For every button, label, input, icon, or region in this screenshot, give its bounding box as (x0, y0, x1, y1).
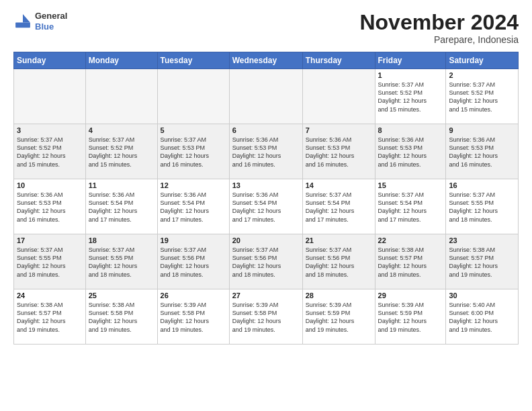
day-number: 8 (378, 126, 443, 134)
day-number: 28 (306, 291, 372, 300)
page: General Blue November 2024 Parepare, Ind… (0, 0, 532, 411)
calendar-cell: 30Sunrise: 5:40 AMSunset: 6:00 PMDayligh… (446, 289, 519, 345)
day-number: 9 (449, 126, 515, 134)
calendar-cell: 3Sunrise: 5:37 AMSunset: 5:52 PMDaylight… (14, 124, 86, 179)
day-number: 27 (232, 291, 300, 300)
calendar-cell: 6Sunrise: 5:36 AMSunset: 5:53 PMDaylight… (229, 124, 302, 179)
location: Parepare, Indonesia (359, 34, 519, 45)
day-number: 13 (232, 181, 300, 189)
day-number: 10 (17, 181, 83, 189)
calendar-cell: 26Sunrise: 5:39 AMSunset: 5:58 PMDayligh… (157, 289, 229, 345)
day-info: Sunrise: 5:36 AMSunset: 5:53 PMDaylight:… (17, 191, 83, 224)
col-header-thursday: Thursday (302, 52, 375, 69)
day-info: Sunrise: 5:37 AMSunset: 5:52 PMDaylight:… (378, 81, 443, 113)
calendar-cell: 23Sunrise: 5:38 AMSunset: 5:57 PMDayligh… (446, 234, 519, 289)
col-header-wednesday: Wednesday (229, 52, 302, 69)
calendar-cell: 19Sunrise: 5:37 AMSunset: 5:56 PMDayligh… (157, 234, 229, 289)
day-info: Sunrise: 5:37 AMSunset: 5:52 PMDaylight:… (17, 136, 83, 169)
day-info: Sunrise: 5:39 AMSunset: 5:59 PMDaylight:… (378, 301, 443, 334)
day-info: Sunrise: 5:37 AMSunset: 5:52 PMDaylight:… (89, 136, 154, 169)
day-number: 23 (449, 236, 515, 244)
day-info: Sunrise: 5:36 AMSunset: 5:54 PMDaylight:… (232, 191, 300, 224)
day-info: Sunrise: 5:36 AMSunset: 5:53 PMDaylight:… (449, 136, 515, 169)
day-info: Sunrise: 5:38 AMSunset: 5:58 PMDaylight:… (89, 301, 154, 334)
day-number: 11 (89, 181, 154, 189)
col-header-saturday: Saturday (446, 52, 519, 69)
calendar-cell: 1Sunrise: 5:37 AMSunset: 5:52 PMDaylight… (375, 69, 446, 124)
calendar-week-row: 17Sunrise: 5:37 AMSunset: 5:55 PMDayligh… (14, 234, 519, 289)
calendar-cell: 29Sunrise: 5:39 AMSunset: 5:59 PMDayligh… (375, 289, 446, 345)
calendar-cell: 20Sunrise: 5:37 AMSunset: 5:56 PMDayligh… (229, 234, 302, 289)
day-number: 17 (17, 236, 83, 244)
calendar-cell (229, 69, 302, 124)
day-number: 18 (89, 236, 154, 244)
calendar-cell: 28Sunrise: 5:39 AMSunset: 5:59 PMDayligh… (302, 289, 375, 345)
calendar-cell: 21Sunrise: 5:37 AMSunset: 5:56 PMDayligh… (302, 234, 375, 289)
calendar-cell (14, 69, 86, 124)
day-info: Sunrise: 5:36 AMSunset: 5:53 PMDaylight:… (378, 136, 443, 169)
calendar-cell: 24Sunrise: 5:38 AMSunset: 5:57 PMDayligh… (14, 289, 86, 345)
day-info: Sunrise: 5:37 AMSunset: 5:56 PMDaylight:… (232, 246, 300, 279)
calendar-cell: 7Sunrise: 5:36 AMSunset: 5:53 PMDaylight… (302, 124, 375, 179)
svg-rect-1 (15, 22, 30, 28)
calendar-cell: 18Sunrise: 5:37 AMSunset: 5:55 PMDayligh… (85, 234, 157, 289)
calendar-cell: 4Sunrise: 5:37 AMSunset: 5:52 PMDaylight… (85, 124, 157, 179)
day-number: 26 (161, 291, 226, 300)
day-info: Sunrise: 5:36 AMSunset: 5:53 PMDaylight:… (232, 136, 300, 169)
day-info: Sunrise: 5:36 AMSunset: 5:54 PMDaylight:… (161, 191, 226, 224)
day-number: 25 (89, 291, 154, 300)
calendar-header-row: SundayMondayTuesdayWednesdayThursdayFrid… (14, 52, 519, 69)
logo-icon (13, 12, 32, 31)
logo-blue: Blue (35, 21, 67, 32)
calendar-cell: 27Sunrise: 5:39 AMSunset: 5:58 PMDayligh… (229, 289, 302, 345)
day-info: Sunrise: 5:37 AMSunset: 5:54 PMDaylight:… (378, 191, 443, 224)
day-info: Sunrise: 5:38 AMSunset: 5:57 PMDaylight:… (17, 301, 83, 334)
col-header-sunday: Sunday (14, 52, 86, 69)
calendar-cell: 17Sunrise: 5:37 AMSunset: 5:55 PMDayligh… (14, 234, 86, 289)
svg-marker-0 (23, 14, 30, 22)
day-info: Sunrise: 5:37 AMSunset: 5:53 PMDaylight:… (161, 136, 226, 169)
calendar-cell: 14Sunrise: 5:37 AMSunset: 5:54 PMDayligh… (302, 179, 375, 234)
calendar-week-row: 10Sunrise: 5:36 AMSunset: 5:53 PMDayligh… (14, 179, 519, 234)
day-info: Sunrise: 5:36 AMSunset: 5:53 PMDaylight:… (306, 136, 372, 169)
col-header-monday: Monday (85, 52, 157, 69)
day-info: Sunrise: 5:40 AMSunset: 6:00 PMDaylight:… (449, 301, 515, 334)
calendar-table: SundayMondayTuesdayWednesdayThursdayFrid… (13, 52, 519, 345)
day-number: 24 (17, 291, 83, 300)
day-info: Sunrise: 5:37 AMSunset: 5:56 PMDaylight:… (306, 246, 372, 279)
day-info: Sunrise: 5:36 AMSunset: 5:54 PMDaylight:… (89, 191, 154, 224)
day-info: Sunrise: 5:37 AMSunset: 5:52 PMDaylight:… (449, 81, 515, 113)
day-number: 6 (232, 126, 300, 134)
calendar-cell: 13Sunrise: 5:36 AMSunset: 5:54 PMDayligh… (229, 179, 302, 234)
day-number: 12 (161, 181, 226, 189)
calendar-cell: 2Sunrise: 5:37 AMSunset: 5:52 PMDaylight… (446, 69, 519, 124)
day-number: 3 (17, 126, 83, 134)
calendar-week-row: 24Sunrise: 5:38 AMSunset: 5:57 PMDayligh… (14, 289, 519, 345)
day-info: Sunrise: 5:39 AMSunset: 5:59 PMDaylight:… (306, 301, 372, 334)
day-info: Sunrise: 5:37 AMSunset: 5:54 PMDaylight:… (306, 191, 372, 224)
day-info: Sunrise: 5:39 AMSunset: 5:58 PMDaylight:… (161, 301, 226, 334)
day-number: 19 (161, 236, 226, 244)
day-info: Sunrise: 5:37 AMSunset: 5:55 PMDaylight:… (89, 246, 154, 279)
calendar-cell: 25Sunrise: 5:38 AMSunset: 5:58 PMDayligh… (85, 289, 157, 345)
logo: General Blue (13, 11, 67, 32)
calendar-cell: 22Sunrise: 5:38 AMSunset: 5:57 PMDayligh… (375, 234, 446, 289)
day-info: Sunrise: 5:38 AMSunset: 5:57 PMDaylight:… (378, 246, 443, 279)
logo-text: General Blue (35, 11, 67, 32)
calendar-cell (302, 69, 375, 124)
logo-general: General (35, 11, 67, 21)
day-number: 4 (89, 126, 154, 134)
day-info: Sunrise: 5:37 AMSunset: 5:56 PMDaylight:… (161, 246, 226, 279)
calendar-cell: 11Sunrise: 5:36 AMSunset: 5:54 PMDayligh… (85, 179, 157, 234)
day-info: Sunrise: 5:38 AMSunset: 5:57 PMDaylight:… (449, 246, 515, 279)
calendar-cell: 15Sunrise: 5:37 AMSunset: 5:54 PMDayligh… (375, 179, 446, 234)
header: General Blue November 2024 Parepare, Ind… (13, 11, 519, 45)
day-number: 15 (378, 181, 443, 189)
calendar-week-row: 3Sunrise: 5:37 AMSunset: 5:52 PMDaylight… (14, 124, 519, 179)
day-number: 1 (378, 71, 443, 79)
day-number: 29 (378, 291, 443, 300)
title-block: November 2024 Parepare, Indonesia (359, 11, 519, 45)
day-number: 22 (378, 236, 443, 244)
col-header-tuesday: Tuesday (157, 52, 229, 69)
day-info: Sunrise: 5:39 AMSunset: 5:58 PMDaylight:… (232, 301, 300, 334)
